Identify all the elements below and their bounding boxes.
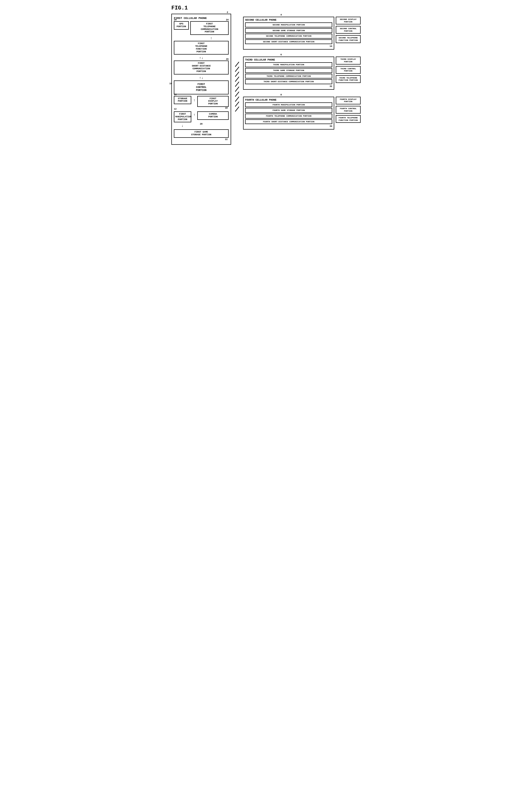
main-layout: 2 FIRST CELLULAR PHONE 20 GPSPORTION 24 … [171,14,361,145]
svg-line-9 [235,107,239,112]
second-ref-14: 14 [245,45,332,48]
gps-block: GPSPORTION [174,21,189,30]
third-display-label: THIRD DISPLAY PORTION [340,58,356,63]
third-phone-inner: THIRD CELLULAR PHONE THIRD MANIPULATION … [243,57,361,90]
ref-24: 24 [226,19,229,21]
third-manip-block: THIRD MANIPULATION PORTION [245,62,332,67]
first-tel-func-label: FIRSTTELEPHONEFUNCTIONPORTION [195,42,207,53]
third-control-label: THIRD CONTROL PORTION [340,68,356,72]
third-manip-label: THIRD MANIPULATION PORTION [273,63,304,66]
third-phone-blocks: THIRD MANIPULATION PORTION THIRD GAME ST… [245,62,332,84]
fig-title: FIG.1 [171,5,361,11]
first-short-dist-label: FIRSTSHORT-DISTANCECOMMUNICATIONPORTION [192,62,211,73]
svg-line-8 [235,102,239,107]
fourth-phone-side: FOURTH DISPLAY PORTION FOURTH CONTROL PO… [336,97,361,123]
third-short-dist-block: THIRD SHORT-DISTANCE COMMUNICATION PORTI… [245,79,332,84]
second-manip-label: SECOND MANIPULATION PORTION [272,24,305,26]
arrow-down-game: ↓ [181,124,229,128]
fourth-tel-comm-label: FOURTH TELEPHONE COMMUNICATION PORTION [266,115,311,117]
arrow-manip: ↑ [193,110,195,122]
arrow-down-1: ↑ [194,36,229,40]
fourth-short-dist-block: FOURTH SHORT-DISTANCE COMMUNICATION PORT… [245,119,332,124]
third-phone-main: THIRD CELLULAR PHONE THIRD MANIPULATION … [243,57,334,90]
second-control-label: SECOND CONTROL PORTION [340,27,356,32]
fourth-ref-34: 34 [245,125,332,128]
second-tel-func-label: SECOND TELEPHONE FUNCTION PORTION [339,37,358,41]
first-display-block: FIRSTDISPLAYPORTION [197,96,229,107]
fourth-phone-blocks: FOURTH MANIPULATION PORTION FOURTH GAME … [245,102,332,124]
third-phone-group: 6 THIRD CELLULAR PHONE THIRD MANIPULATIO… [243,54,361,90]
fourth-game-storage-block: FOURTH GAME STORAGE PORTION [245,108,332,113]
first-phone-panel: 2 FIRST CELLULAR PHONE 20 GPSPORTION 24 … [171,14,231,145]
third-tel-comm-block: THIRD TELEPHONE COMMUNICATION PORTION [245,74,332,79]
fourth-manip-label: FOURTH MANIPULATION PORTION [272,103,305,106]
third-short-dist-label: THIRD SHORT-DISTANCE COMMUNICATION PORTI… [264,80,314,83]
first-manip-block: FIRSTMANIPULATIONPORTION [174,111,191,122]
third-game-storage-block: THIRD GAME STORAGE PORTION [245,68,332,73]
first-control-label: FIRSTCONTROLPORTION [196,83,207,92]
first-phone-title: FIRST CELLULAR PHONE [174,17,229,20]
fourth-tel-func-block: FOURTH TELEPHONE FUNCTION PORTION [336,115,361,123]
second-display-label: SECOND DISPLAY PORTION [340,18,356,23]
second-tel-comm-block: SECOND TELEPHONE COMMUNICATION PORTION [245,34,332,39]
fourth-display-block: FOURTH DISPLAY PORTION [336,97,361,105]
svg-line-7 [235,97,239,102]
second-phone-side: SECOND DISPLAY PORTION SECOND CONTROL PO… [336,17,361,43]
third-phone-side: THIRD DISPLAY PORTION THIRD CONTROL PORT… [336,57,361,83]
third-control-block: THIRD CONTROL PORTION [336,66,361,74]
second-display-block: SECOND DISPLAY PORTION [336,17,361,24]
right-section: 4 SECOND CELLULAR PHONE SECOND MANIPULAT… [243,14,361,130]
ref-8: 8 [281,94,282,96]
third-tel-comm-label: THIRD TELEPHONE COMMUNICATION PORTION [266,75,311,77]
svg-line-4 [235,82,239,87]
first-tel-comm-label: FIRSTTELEPHONECOMMUNICATIONPORTION [201,23,218,33]
fourth-phone-main: FOURTH CELLULAR PHONE FOURTH MANIPULATIO… [243,97,334,130]
second-phone-ref-label: 4 [243,14,361,16]
fourth-manip-block: FOURTH MANIPULATION PORTION [245,102,332,107]
first-game-storage-label: FIRST GAMESTORAGE PORTION [191,131,211,136]
first-game-storage-block: FIRST GAMESTORAGE PORTION [174,129,229,138]
svg-line-2 [235,72,239,77]
ref-6: 6 [281,54,282,56]
second-tel-comm-label: SECOND TELEPHONE COMMUNICATION PORTION [266,35,311,37]
ref-10: 10 [169,82,172,85]
fourth-phone-title: FOURTH CELLULAR PHONE [245,99,332,101]
third-phone-title: THIRD CELLULAR PHONE [245,59,332,61]
fp-top-row: 20 GPSPORTION 24 FIRSTTELEPHONECOMMUNICA… [174,21,229,35]
svg-line-1 [235,67,239,72]
fourth-display-label: FOURTH DISPLAY PORTION [340,98,356,103]
fourth-control-label: FOURTH CONTROL PORTION [340,107,356,112]
ref-26: 26 [226,58,229,60]
page-root: FIG.1 2 FIRST CELLULAR PHONE 20 GPSPORTI… [171,5,361,145]
second-phone-title: SECOND CELLULAR PHONE [245,19,332,21]
first-phone-ref: 2 [227,11,228,14]
storage-label: STORAGEPORTION [178,97,187,102]
camera-label: CAMERAPORTION [208,113,218,118]
arrow-down-3: ↑↓ [174,76,229,80]
third-tel-func-label: THIRD TELEPHONE FUNCTION PORTION [339,77,358,81]
second-phone-inner: SECOND CELLULAR PHONE SECOND MANIPULATIO… [243,17,361,50]
first-short-dist-block: FIRSTSHORT-DISTANCECOMMUNICATIONPORTION [174,60,229,74]
arrow-right-storage: ↑ [193,96,195,107]
first-tel-func-block: FIRSTTELEPHONEFUNCTIONPORTION [174,41,229,55]
svg-line-0 [235,62,239,67]
fp-bottom-row1: 16 STORAGEPORTION ↑ FIRSTDISPLAYPORTION [174,96,229,107]
fourth-phone-group: 8 FOURTH CELLULAR PHONE FOURTH MANIPULAT… [243,94,361,130]
second-phone-group: 4 SECOND CELLULAR PHONE SECOND MANIPULAT… [243,14,361,50]
third-ref-32: 32 [245,85,332,88]
second-game-storage-block: SECOND GAME STORAGE PORTION [245,28,332,33]
fourth-phone-inner: FOURTH CELLULAR PHONE FOURTH MANIPULATIO… [243,97,361,130]
first-tel-comm-block: FIRSTTELEPHONECOMMUNICATIONPORTION [190,21,229,35]
first-display-label: FIRSTDISPLAYPORTION [208,97,218,106]
ref-18: 18 [174,107,228,109]
second-phone-blocks: SECOND MANIPULATION PORTION SECOND GAME … [245,22,332,44]
ref-12: 12 [174,108,176,110]
third-display-block: THIRD DISPLAY PORTION [336,57,361,64]
camera-block: CAMERAPORTION [197,111,229,120]
ref-28: 28 [200,123,203,125]
ref-16: 16 [174,93,176,96]
second-phone-main: SECOND CELLULAR PHONE SECOND MANIPULATIO… [243,17,334,50]
diagonal-lines [235,62,239,112]
diagonal-lines-svg [235,62,239,112]
ref-4: 4 [281,14,282,16]
